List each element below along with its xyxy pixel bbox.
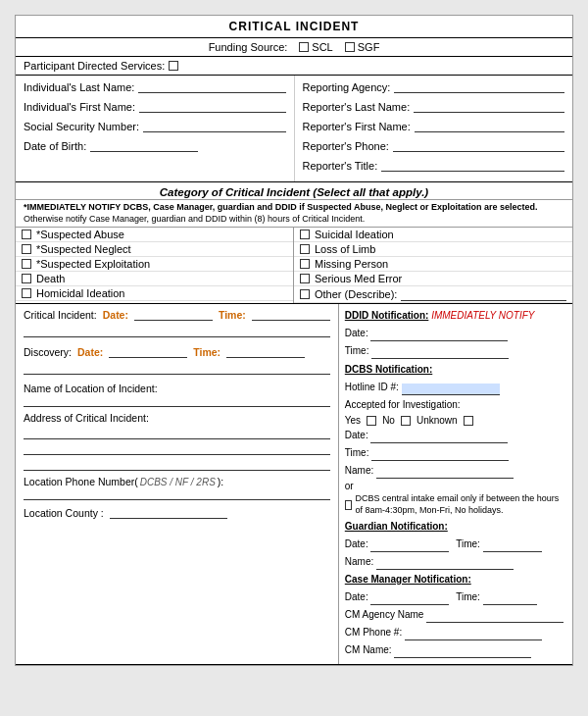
- cm-agency-label: CM Agency Name: [345, 609, 424, 620]
- location-name-label: Name of Location of Incident:: [24, 383, 330, 394]
- suicidal-checkbox[interactable]: [300, 230, 310, 239]
- incident-right: DDID Notification: IMMEDIATELY NOTIFY Da…: [339, 304, 572, 663]
- guardian-header-row: Guardian Notification:: [345, 519, 566, 535]
- accepted-label-row: Accepted for Investigation:: [345, 397, 566, 413]
- location-name-input[interactable]: [24, 394, 330, 407]
- cm-agency-input[interactable]: [426, 611, 564, 623]
- reporter-title-input[interactable]: [381, 158, 564, 172]
- homicidal-checkbox[interactable]: [22, 288, 31, 298]
- cm-name-label: CM Name:: [345, 644, 392, 655]
- ddid-date-label: Date:: [345, 328, 368, 338]
- loss-limb-checkbox[interactable]: [300, 244, 310, 254]
- guardian-date-input[interactable]: [370, 540, 449, 552]
- ci-extra-line[interactable]: [24, 325, 330, 337]
- med-error-label: Serious Med Error: [315, 273, 402, 284]
- cm-name-input[interactable]: [394, 646, 531, 658]
- dcbs-name-input[interactable]: [376, 467, 514, 479]
- address-input-3[interactable]: [24, 458, 330, 471]
- reporting-agency-input[interactable]: [394, 79, 564, 93]
- other-checkbox[interactable]: [300, 289, 310, 299]
- ddid-date-input[interactable]: [370, 330, 508, 341]
- med-error-checkbox[interactable]: [300, 274, 310, 283]
- address-input-2[interactable]: [24, 442, 330, 455]
- cm-time-input[interactable]: [483, 593, 537, 605]
- ddid-label: DDID Notification:: [345, 310, 429, 321]
- incident-section: Critical Incident: Date: Time: Discovery…: [16, 304, 572, 664]
- reporter-title-row: Reporter's Title:: [303, 158, 565, 172]
- sgf-checkbox[interactable]: [345, 42, 355, 52]
- last-name-label: Individual's Last Name:: [24, 81, 134, 93]
- ddid-time-input[interactable]: [371, 347, 509, 359]
- disc-extra-line[interactable]: [24, 362, 330, 375]
- missing-checkbox[interactable]: [300, 259, 310, 269]
- cm-date-row: Date: Time:: [345, 589, 566, 605]
- unknown-checkbox[interactable]: [464, 416, 473, 426]
- dcbs-label: DCBS Notification:: [345, 364, 432, 375]
- death-checkbox[interactable]: [22, 274, 31, 283]
- reporter-phone-label: Reporter's Phone:: [303, 140, 389, 152]
- hotline-input[interactable]: [402, 384, 500, 395]
- suspected-abuse-checkbox[interactable]: [22, 230, 31, 239]
- scl-checkbox-label[interactable]: SCL: [299, 41, 332, 53]
- guardian-name-input[interactable]: [376, 558, 514, 570]
- yes-no-row: Yes No Unknown: [345, 415, 566, 426]
- category-header: Category of Critical Incident (Select al…: [16, 182, 572, 200]
- cm-phone-input[interactable]: [405, 629, 542, 640]
- dob-input[interactable]: [90, 138, 198, 152]
- guardian-label: Guardian Notification:: [345, 521, 448, 532]
- disc-date-input[interactable]: [109, 345, 187, 358]
- category-missing: Missing Person: [294, 257, 572, 272]
- suspected-abuse-label: *Suspected Abuse: [36, 229, 124, 240]
- yes-checkbox[interactable]: [367, 416, 376, 426]
- other-label: Other (Describe):: [315, 288, 397, 300]
- guardian-time-input[interactable]: [483, 540, 542, 552]
- scl-checkbox[interactable]: [299, 42, 309, 52]
- address-input-1[interactable]: [24, 427, 330, 439]
- ddid-highlighted: IMMEDIATELY NOTIFY: [431, 310, 534, 321]
- reporter-last-input[interactable]: [414, 99, 564, 113]
- reporter-first-label: Reporter's First Name:: [303, 121, 411, 132]
- disc-time-input[interactable]: [226, 345, 305, 358]
- first-name-input[interactable]: [139, 99, 286, 113]
- ci-time-input[interactable]: [252, 308, 330, 321]
- reporting-agency-label: Reporting Agency:: [303, 81, 391, 93]
- cm-name-row: CM Name:: [345, 642, 566, 658]
- critical-incident-form: CRITICAL INCIDENT Funding Source: SCL SG…: [15, 15, 573, 666]
- ssn-row: Social Security Number:: [24, 119, 286, 132]
- reporter-first-input[interactable]: [415, 119, 564, 132]
- reporter-phone-input[interactable]: [393, 138, 564, 152]
- participant-checkbox[interactable]: [169, 61, 178, 71]
- location-name-row: Name of Location of Incident:: [24, 383, 330, 407]
- last-name-input[interactable]: [138, 79, 285, 93]
- phone-input[interactable]: [24, 487, 330, 500]
- ci-date-input[interactable]: [134, 308, 213, 321]
- no-checkbox[interactable]: [401, 416, 411, 426]
- yes-label: Yes: [345, 415, 361, 426]
- category-death: Death: [16, 272, 293, 286]
- other-input[interactable]: [401, 287, 566, 301]
- dcbs-time-row: Time:: [345, 445, 566, 461]
- suspected-exploitation-checkbox[interactable]: [22, 259, 31, 269]
- county-input[interactable]: [110, 506, 227, 519]
- loss-limb-label: Loss of Limb: [315, 243, 375, 255]
- cm-phone-label: CM Phone #:: [345, 627, 402, 638]
- cm-date-input[interactable]: [370, 593, 449, 605]
- dcbs-date-input[interactable]: [370, 432, 508, 443]
- address-row: Address of Critical Incident:: [24, 412, 330, 471]
- ssn-input[interactable]: [143, 119, 286, 132]
- guardian-date-label: Date:: [345, 538, 368, 549]
- sgf-checkbox-label[interactable]: SGF: [345, 41, 380, 53]
- form-title: CRITICAL INCIDENT: [16, 16, 572, 38]
- cm-date-label: Date:: [345, 591, 368, 602]
- dcbs-central-checkbox[interactable]: [345, 500, 352, 510]
- missing-label: Missing Person: [315, 258, 388, 270]
- suspected-neglect-checkbox[interactable]: [22, 244, 31, 254]
- ddid-date-row: Date:: [345, 326, 566, 341]
- category-med-error: Serious Med Error: [294, 272, 572, 286]
- dcbs-time-input[interactable]: [371, 449, 509, 461]
- first-name-row: Individual's First Name:: [24, 99, 286, 113]
- funding-label: Funding Source:: [209, 41, 288, 53]
- ddid-time-label: Time:: [345, 345, 369, 356]
- cm-phone-row: CM Phone #:: [345, 625, 566, 640]
- category-homicidal: Homicidal Ideation: [16, 286, 293, 301]
